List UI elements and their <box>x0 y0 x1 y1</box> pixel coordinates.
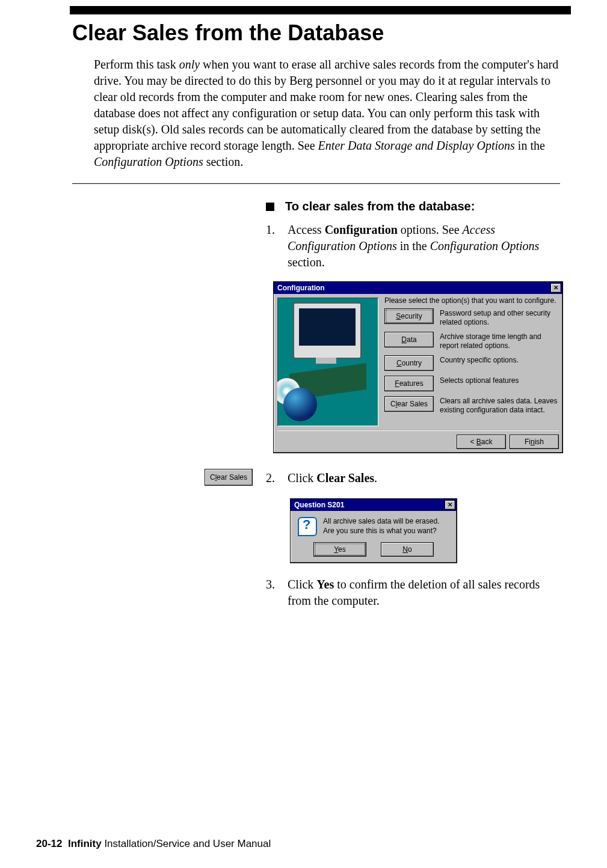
book-title: Infinity <box>68 838 102 849</box>
configuration-dialog: Configuration ✕ Please select the option… <box>273 281 563 453</box>
step-text: Click <box>288 471 316 484</box>
step-text: Click <box>288 578 316 591</box>
country-desc: Country specific options. <box>440 355 559 365</box>
intro-text: when you want to erase all archive sales… <box>94 58 558 152</box>
step-text: options. See <box>398 223 463 236</box>
features-button[interactable]: Features <box>384 376 434 391</box>
step-bold: Yes <box>316 578 334 591</box>
step-1: 1. Access Configuration options. See Acc… <box>266 222 560 270</box>
close-icon[interactable]: ✕ <box>445 500 455 510</box>
intro-text: in the <box>515 139 545 152</box>
step-ref: Configuration Options <box>430 239 540 252</box>
intro-only: only <box>179 58 200 71</box>
step-number: 2. <box>266 470 288 486</box>
intro-paragraph: Perform this task only when you want to … <box>94 57 560 170</box>
task-heading-text: To clear sales from the database: <box>285 200 475 213</box>
yes-button[interactable]: Yes <box>313 542 366 557</box>
step-text: in the <box>397 239 430 252</box>
question-dialog: Question S201 ✕ ? All archive sales data… <box>290 498 457 563</box>
task-heading: To clear sales from the database: <box>266 200 560 213</box>
footer-text: Installation/Service and User Manual <box>102 838 271 849</box>
clear-sales-desc: Clears all archive sales data. Leaves ex… <box>440 396 559 415</box>
intro-text: section. <box>203 155 244 168</box>
wizard-graphic <box>277 298 378 426</box>
monitor-stand-icon <box>316 358 336 364</box>
step-text: Access <box>288 223 325 236</box>
header-rule <box>70 6 571 14</box>
security-desc: Password setup and other security relate… <box>440 308 559 327</box>
data-desc: Archive storage time length and report r… <box>440 332 559 350</box>
dialog-title: Configuration <box>277 284 325 292</box>
monitor-icon <box>293 302 362 359</box>
close-icon[interactable]: ✕ <box>550 283 561 293</box>
features-desc: Selects optional features <box>440 376 559 385</box>
step-bold: Configuration <box>325 223 398 236</box>
intro-ref: Configuration Options <box>94 155 203 168</box>
dialog-titlebar[interactable]: Configuration ✕ <box>274 282 562 294</box>
margin-clear-sales-button[interactable]: Clear Sales <box>205 469 253 486</box>
question-icon: ? <box>298 517 317 536</box>
section-rule <box>72 183 560 184</box>
page-footer: 20-12 Infinity Installation/Service and … <box>36 838 271 850</box>
dialog-titlebar[interactable]: Question S201 ✕ <box>291 499 457 511</box>
step-text: section. <box>288 255 325 269</box>
security-button[interactable]: Security <box>384 308 434 324</box>
dialog-instruction: Please select the option(s) that you wan… <box>384 296 559 305</box>
data-button[interactable]: Data <box>384 332 434 347</box>
step-3: 3. Click Yes to confirm the deletion of … <box>266 576 560 609</box>
intro-ref: Enter Data Storage and Display Options <box>318 139 515 152</box>
question-message: All archive sales data will be erased. A… <box>323 517 449 536</box>
back-button[interactable]: < Back <box>457 435 506 449</box>
dialog-title: Question S201 <box>294 501 344 509</box>
page-number: 20-12 <box>36 838 62 849</box>
globe-icon <box>283 388 317 421</box>
clear-sales-button[interactable]: Clear Sales <box>384 396 434 412</box>
step-number: 1. <box>266 222 288 270</box>
step-number: 3. <box>266 576 288 609</box>
intro-text: Perform this task <box>94 58 179 71</box>
no-button[interactable]: No <box>381 542 434 557</box>
page-title: Clear Sales from the Database <box>72 20 571 46</box>
finish-button[interactable]: Finish <box>510 435 559 449</box>
country-button[interactable]: Country <box>384 355 434 371</box>
step-text: . <box>374 471 377 484</box>
step-2: 2. Click Clear Sales. <box>266 470 560 486</box>
step-bold: Clear Sales <box>316 471 374 484</box>
bullet-square-icon <box>266 203 274 211</box>
